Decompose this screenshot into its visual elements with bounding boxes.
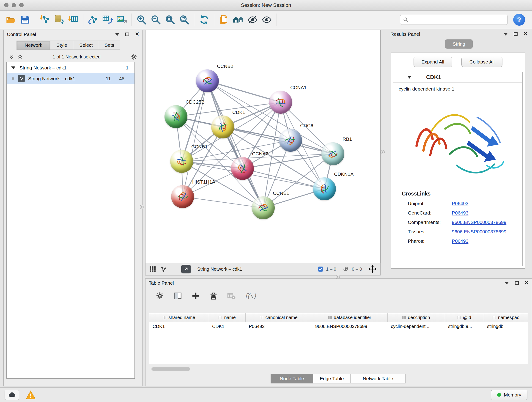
- node-CCNB2[interactable]: [196, 70, 219, 92]
- gene-section-header[interactable]: CDK1: [393, 72, 522, 83]
- birdseye-view-icon[interactable]: [160, 266, 167, 273]
- node-CDK1[interactable]: [211, 115, 234, 138]
- network-options-gear-icon[interactable]: [130, 53, 137, 60]
- scrollbar-thumb[interactable]: [152, 367, 190, 370]
- vertical-splitter-handle[interactable]: [140, 205, 144, 209]
- node-CDKN1A[interactable]: [313, 177, 336, 200]
- crosslink-link[interactable]: P06493: [452, 238, 468, 244]
- gear-icon[interactable]: [156, 292, 164, 300]
- section-collapse-caret-icon[interactable]: [407, 76, 412, 79]
- hide-graphics-details-icon[interactable]: [245, 12, 260, 27]
- network-row-selected[interactable]: String Network – cdk1 11 48: [7, 73, 134, 84]
- node-CCNB1[interactable]: [170, 150, 193, 173]
- network-from-table-icon[interactable]: [100, 12, 114, 27]
- add-icon[interactable]: [191, 292, 200, 300]
- close-panel-icon[interactable]: ×: [525, 279, 529, 286]
- close-panel-icon[interactable]: ×: [524, 31, 527, 37]
- crosslink-link[interactable]: P06493: [452, 201, 468, 206]
- float-panel-icon[interactable]: [515, 281, 519, 285]
- panel-menu-icon[interactable]: [504, 33, 508, 36]
- panel-menu-icon[interactable]: [505, 282, 509, 284]
- column-header-canonical-name[interactable]: canonical name: [246, 313, 312, 322]
- help-button[interactable]: ?: [513, 14, 525, 26]
- table-horizontal-scrollbar[interactable]: [149, 367, 528, 371]
- vertical-splitter-handle[interactable]: [380, 150, 385, 154]
- node-CCNA1[interactable]: [269, 91, 292, 114]
- import-network-from-database-icon[interactable]: [52, 12, 66, 27]
- results-panel-title: Results Panel: [390, 32, 420, 37]
- crosslink-link[interactable]: 9606.ENSP00000378699: [452, 229, 506, 235]
- string-results-tab[interactable]: String: [445, 39, 473, 49]
- node-label-CCNA2: CCNA2: [252, 151, 268, 157]
- tab-network[interactable]: Network: [17, 41, 51, 50]
- columns-icon[interactable]: [173, 292, 182, 300]
- column-header-namespac[interactable]: namespac: [484, 313, 528, 322]
- results-panel: Results Panel × String Expand All Collap…: [387, 30, 531, 278]
- trash-icon[interactable]: [209, 292, 218, 300]
- warning-icon[interactable]: [26, 390, 36, 400]
- table-panel-title: Table Panel: [149, 280, 174, 286]
- node-label-RB1: RB1: [342, 136, 352, 142]
- collapse-all-button[interactable]: Collapse All: [462, 57, 503, 67]
- tab-network-table[interactable]: Network Table: [351, 374, 405, 383]
- zoom-selected-region-icon[interactable]: [177, 12, 191, 27]
- annotations-icon[interactable]: [217, 12, 231, 27]
- node-CDC6[interactable]: [279, 129, 302, 152]
- node-CCNE1[interactable]: [252, 196, 275, 219]
- function-builder-icon[interactable]: f(x): [245, 292, 256, 300]
- column-header--id[interactable]: @id: [445, 313, 484, 322]
- crosslink-label: Compartments:: [408, 220, 452, 225]
- grid-view-icon[interactable]: [149, 266, 156, 273]
- delete-table-icon[interactable]: [227, 292, 236, 300]
- float-panel-icon[interactable]: [125, 32, 129, 36]
- close-panel-icon[interactable]: ×: [135, 31, 139, 37]
- home-icon[interactable]: [231, 12, 245, 27]
- node-RB1[interactable]: [322, 142, 344, 165]
- column-header-description[interactable]: description: [388, 313, 445, 322]
- open-in-new-window-button[interactable]: [181, 265, 191, 274]
- tab-edge-table[interactable]: Edge Table: [313, 374, 351, 383]
- show-graphics-details-icon[interactable]: [260, 12, 274, 27]
- import-network-from-file-icon[interactable]: [38, 12, 52, 27]
- pan-crosshair-icon[interactable]: [368, 265, 377, 273]
- network-collection-row[interactable]: String Network – cdk1 1: [7, 62, 134, 73]
- minimize-window-button[interactable]: [12, 3, 16, 7]
- import-table-from-file-icon[interactable]: [66, 12, 80, 27]
- title-bar: Session: New Session: [0, 0, 532, 11]
- tree-expand-caret-icon[interactable]: [11, 66, 15, 69]
- node-HIST1H1A[interactable]: [171, 185, 194, 208]
- new-network-icon[interactable]: [86, 12, 100, 27]
- network-canvas[interactable]: CCNB2CCNA1CDC25BCDK1CDC6RB1CCNB1CCNA2CDK…: [145, 30, 380, 263]
- zoom-window-button[interactable]: [19, 3, 24, 7]
- open-session-icon[interactable]: [4, 12, 18, 27]
- crosslink-link[interactable]: P06493: [452, 210, 468, 216]
- column-header-shared-name[interactable]: shared name: [149, 313, 209, 322]
- zoom-out-icon[interactable]: [149, 12, 163, 27]
- network-collection-label: String Network – cdk1: [19, 65, 66, 70]
- export-image-icon[interactable]: [114, 12, 129, 27]
- tab-sets[interactable]: Sets: [99, 41, 120, 50]
- tab-node-table[interactable]: Node Table: [271, 374, 313, 383]
- crosslink-link[interactable]: 9606.ENSP00000378699: [452, 220, 506, 225]
- collapse-all-icon[interactable]: [17, 54, 23, 60]
- panel-menu-icon[interactable]: [115, 33, 119, 36]
- tab-select[interactable]: Select: [73, 41, 99, 50]
- refresh-view-icon[interactable]: [197, 12, 211, 27]
- zoom-in-icon[interactable]: [134, 12, 149, 27]
- table-row[interactable]: CDK1CDK1P064939606.ENSP00000378699cyclin…: [149, 322, 528, 331]
- column-header-database-identifier[interactable]: database identifier: [312, 313, 388, 322]
- search-input[interactable]: [410, 17, 505, 22]
- expand-all-button[interactable]: Expand All: [413, 57, 452, 67]
- memory-button[interactable]: Memory: [491, 390, 527, 400]
- node-CDC25B[interactable]: [165, 105, 187, 128]
- save-session-icon[interactable]: [18, 12, 32, 27]
- expand-all-icon[interactable]: [9, 54, 14, 60]
- cloud-button[interactable]: [5, 390, 19, 400]
- close-window-button[interactable]: [4, 3, 8, 7]
- zoom-fit-content-icon[interactable]: [163, 12, 177, 27]
- node-CCNA2[interactable]: [231, 157, 254, 180]
- search-box[interactable]: [400, 15, 508, 25]
- float-panel-icon[interactable]: [514, 32, 518, 36]
- tab-style[interactable]: Style: [51, 41, 73, 50]
- column-header-name[interactable]: name: [209, 313, 246, 322]
